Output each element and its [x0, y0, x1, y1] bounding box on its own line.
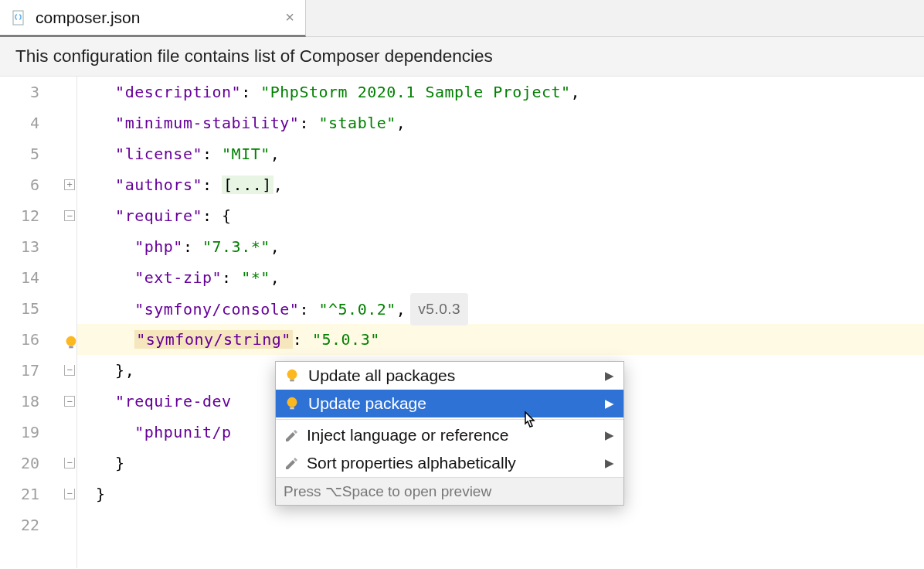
val-description: "PhpStorm 2020.1 Sample Project": [260, 83, 570, 101]
fold-expand-icon[interactable]: +: [64, 179, 75, 190]
menu-label: Sort properties alphabetically: [307, 454, 516, 472]
key-minimum-stability: "minimum-stability": [115, 114, 299, 132]
fold-end-icon[interactable]: −: [64, 365, 75, 376]
key-ext-zip: "ext-zip": [134, 268, 222, 287]
close-icon[interactable]: ×: [285, 9, 294, 26]
menu-separator: [276, 419, 623, 420]
menu-label: Update package: [308, 394, 426, 413]
line-number: 17: [21, 361, 39, 380]
svg-point-3: [287, 370, 297, 380]
submenu-arrow-icon: ▶: [605, 428, 614, 442]
key-description: "description": [115, 83, 241, 101]
svg-point-5: [287, 397, 297, 407]
fold-end-icon[interactable]: −: [64, 489, 75, 499]
svg-rect-0: [13, 11, 23, 25]
key-php: "php": [134, 237, 183, 256]
pencil-icon: [284, 455, 299, 471]
menu-label: Update all packages: [308, 366, 455, 385]
submenu-arrow-icon: ▶: [605, 456, 614, 470]
svg-rect-6: [290, 407, 294, 410]
submenu-arrow-icon: ▶: [605, 369, 614, 383]
line-number: 19: [21, 423, 39, 441]
menu-footer-hint: Press ⌥Space to open preview: [276, 477, 623, 505]
val-symfony-string: "5.0.3": [312, 330, 380, 349]
bulb-icon: [284, 367, 301, 384]
line-number: 16: [21, 330, 39, 349]
svg-rect-2: [69, 346, 73, 349]
folded-authors[interactable]: [...]: [222, 175, 273, 194]
key-license: "license": [115, 145, 202, 163]
key-phpunit: "phpunit/p: [134, 423, 231, 441]
line-number: 22: [21, 516, 39, 534]
composer-banner: This configuration file contains list of…: [0, 37, 924, 77]
line-number: 3: [30, 83, 39, 101]
line-number: 15: [21, 299, 39, 318]
fold-end-icon[interactable]: −: [64, 458, 75, 468]
fold-collapse-icon[interactable]: −: [64, 210, 75, 221]
menu-update-package[interactable]: Update package ▶: [276, 390, 623, 417]
line-number: 4: [30, 114, 39, 132]
tab-bar: composer.json ×: [0, 0, 924, 37]
svg-point-1: [66, 336, 76, 346]
line-number: 14: [21, 268, 39, 287]
menu-label: Inject language or reference: [307, 426, 509, 445]
val-ext-zip: "*": [241, 268, 270, 287]
tab-filename: composer.json: [36, 9, 140, 27]
line-number: 21: [21, 485, 39, 503]
val-symfony-console: "^5.0.2": [318, 300, 396, 319]
bulb-icon: [284, 395, 301, 412]
line-number: 18: [21, 392, 39, 411]
key-authors: "authors": [115, 175, 202, 194]
val-php: "7.3.*": [202, 237, 270, 256]
intention-menu: Update all packages ▶ Update package ▶ I…: [275, 361, 624, 506]
key-require-dev: "require-dev: [115, 392, 232, 411]
svg-rect-4: [290, 380, 294, 382]
line-number: 20: [21, 454, 39, 472]
menu-sort-properties[interactable]: Sort properties alphabetically ▶: [276, 449, 623, 477]
json-file-icon: [12, 10, 28, 26]
line-number: 5: [30, 145, 39, 163]
key-symfony-console: "symfony/console": [134, 300, 299, 319]
line-number: 6: [30, 175, 39, 194]
line-number: 13: [21, 237, 39, 256]
line-number: 12: [21, 206, 39, 225]
val-minimum-stability: "stable": [318, 114, 396, 132]
key-require: "require": [115, 206, 202, 225]
gutter: 3 4 5 6+ 12− 13 14 15 16 17− 18− 19 20− …: [0, 77, 77, 568]
key-symfony-string: "symfony/string": [134, 330, 293, 349]
tab-composer-json[interactable]: composer.json ×: [0, 0, 306, 37]
version-badge: v5.0.3: [410, 293, 468, 325]
menu-inject-language[interactable]: Inject language or reference ▶: [276, 421, 623, 449]
fold-collapse-icon[interactable]: −: [64, 396, 75, 407]
menu-update-all-packages[interactable]: Update all packages ▶: [276, 362, 623, 390]
pencil-icon: [284, 428, 299, 443]
val-license: "MIT": [222, 145, 270, 163]
submenu-arrow-icon: ▶: [605, 397, 614, 411]
